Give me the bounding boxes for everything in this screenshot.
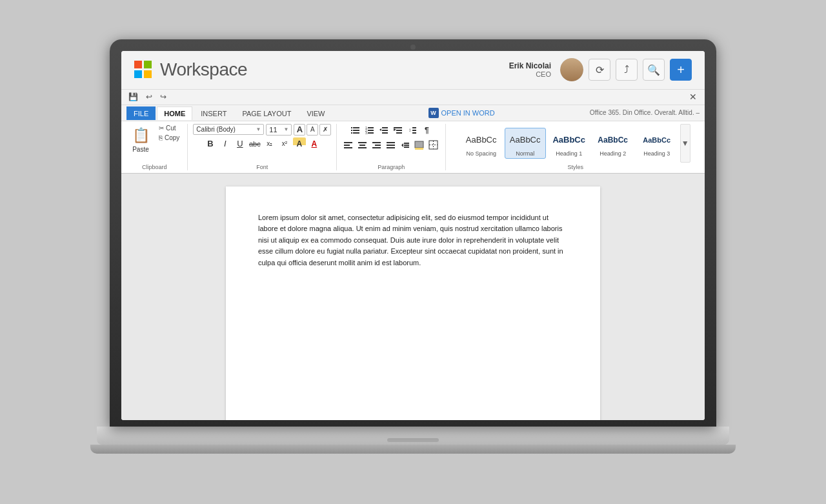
open-in-word-button[interactable]: W OPEN IN WORD xyxy=(423,105,500,121)
user-name: Erik Nicolai xyxy=(509,61,551,70)
bold-button[interactable]: B xyxy=(204,137,217,150)
font-name-value: Calibri (Body) xyxy=(196,126,236,133)
tabs-row: FILE HOME INSERT PAGE LAYOUT VIEW xyxy=(126,105,700,121)
svg-rect-0 xyxy=(351,127,352,128)
strikethrough-button[interactable]: abc xyxy=(248,137,261,150)
style-heading1[interactable]: AaBbCc Heading 1 xyxy=(549,128,590,158)
save-icon[interactable]: 💾 xyxy=(126,92,140,102)
share-button[interactable]: ⤴ xyxy=(616,59,638,81)
paragraph-group-label: Paragraph xyxy=(342,163,440,170)
styles-scroll-icon: ▼ xyxy=(681,139,689,148)
font-grow-button[interactable]: A xyxy=(294,124,305,136)
logo-area: Workspace xyxy=(134,59,509,80)
numbering-button[interactable]: 1.2.3. xyxy=(363,124,376,137)
style-heading3[interactable]: AaBbCc Heading 3 xyxy=(636,128,678,158)
avatar-image xyxy=(560,58,583,81)
highlight-button[interactable]: A xyxy=(293,137,306,150)
align-center-button[interactable] xyxy=(356,139,369,152)
style-heading2[interactable]: AaBbCc Heading 2 xyxy=(592,128,634,158)
underline-button[interactable]: U xyxy=(234,137,247,150)
font-shrink-button[interactable]: A xyxy=(307,124,318,136)
styles-group-label: Styles xyxy=(451,163,700,170)
copy-button[interactable]: ⎘ Copy xyxy=(156,134,182,142)
sort-button[interactable]: ↕ xyxy=(406,124,419,137)
top-bar: Workspace Erik Nicolai CEO ⟳ ⤴ xyxy=(121,51,705,90)
word-icon: W xyxy=(428,108,439,118)
style-heading1-preview: AaBbCc xyxy=(552,130,585,150)
camera xyxy=(410,45,416,50)
para-row1: 1.2.3. ↕ xyxy=(349,124,433,137)
search-button[interactable]: 🔍 xyxy=(643,59,665,81)
user-role: CEO xyxy=(509,70,551,78)
align-right-button[interactable] xyxy=(370,139,383,152)
align-left-button[interactable] xyxy=(342,139,355,152)
svg-rect-26 xyxy=(344,147,352,148)
tab-home[interactable]: HOME xyxy=(157,106,192,120)
doc-page[interactable]: Lorem ipsum dolor sit amet, consectetur … xyxy=(226,186,600,420)
svg-rect-37 xyxy=(404,143,409,144)
svg-rect-4 xyxy=(351,132,352,134)
show-hide-button[interactable]: ¶ xyxy=(420,124,433,137)
svg-rect-28 xyxy=(359,145,365,146)
outdent-button[interactable] xyxy=(378,124,390,137)
add-button[interactable]: + xyxy=(670,59,692,81)
avatar[interactable] xyxy=(560,58,583,81)
svg-rect-15 xyxy=(382,132,388,134)
indent-button[interactable] xyxy=(392,124,405,137)
redo-icon[interactable]: ↪ xyxy=(158,92,168,102)
subscript-button[interactable]: x₂ xyxy=(263,137,276,150)
laptop-container: Workspace Erik Nicolai CEO ⟳ ⤴ xyxy=(90,39,736,465)
font-color-button[interactable]: A xyxy=(308,137,321,150)
doc-content-area[interactable]: Lorem ipsum dolor sit amet, consectetur … xyxy=(121,174,705,420)
svg-rect-40 xyxy=(415,141,423,148)
font-name-selector[interactable]: Calibri (Body) ▼ xyxy=(193,124,264,135)
clipboard-group-label: Clipboard xyxy=(126,163,182,170)
size-dropdown-arrow: ▼ xyxy=(283,126,288,132)
font-size-selector[interactable]: 11 ▼ xyxy=(266,124,292,136)
close-button[interactable]: ✕ xyxy=(687,92,700,102)
undo-icon[interactable]: ↩ xyxy=(144,92,154,102)
styles-scroll-button[interactable]: ▼ xyxy=(680,124,690,163)
svg-rect-39 xyxy=(404,146,409,148)
clipboard-content: 📋 Paste ✂ Cut ⎘ Copy xyxy=(126,124,182,163)
font-size-value: 11 xyxy=(269,126,277,134)
tab-insert[interactable]: INSERT xyxy=(194,106,234,120)
font-content: Calibri (Body) ▼ 11 ▼ A xyxy=(193,124,331,163)
ms-logo-yellow xyxy=(144,70,152,78)
borders-button[interactable] xyxy=(427,139,440,152)
style-no-spacing-label: No Spacing xyxy=(466,150,496,157)
clear-format-button[interactable]: ✗ xyxy=(319,124,331,136)
tab-file-label: FILE xyxy=(134,110,148,117)
tab-insert-label: INSERT xyxy=(201,110,227,117)
line-spacing-button[interactable] xyxy=(399,139,412,152)
bullets-button[interactable] xyxy=(349,124,362,137)
tab-page-layout[interactable]: PAGE LAYOUT xyxy=(235,106,298,120)
refresh-button[interactable]: ⟳ xyxy=(589,59,610,81)
ribbon-tabs-bar: FILE HOME INSERT PAGE LAYOUT VIEW xyxy=(121,105,705,121)
clear-format-icon: ✗ xyxy=(323,126,328,133)
ms-logo-blue xyxy=(134,70,142,78)
svg-rect-30 xyxy=(372,142,381,143)
tab-view-label: VIEW xyxy=(307,110,325,117)
tab-file[interactable]: FILE xyxy=(126,106,156,120)
style-normal[interactable]: AaBbCc Normal xyxy=(505,128,546,159)
styles-content: AaBbCc No Spacing AaBbCc Normal xyxy=(461,124,690,163)
style-normal-label: Normal xyxy=(516,150,534,157)
tab-view[interactable]: VIEW xyxy=(299,106,332,120)
screen-bezel: Workspace Erik Nicolai CEO ⟳ ⤴ xyxy=(110,39,716,427)
laptop-bottom xyxy=(90,445,736,454)
italic-button[interactable]: I xyxy=(219,137,232,150)
document-container: 💾 ↩ ↪ ✕ FILE HOME INSER xyxy=(121,90,705,420)
justify-button[interactable] xyxy=(385,139,398,152)
svg-text:↕: ↕ xyxy=(408,127,411,133)
style-heading3-preview: AaBbCc xyxy=(643,130,670,150)
svg-rect-16 xyxy=(394,127,402,128)
style-no-spacing[interactable]: AaBbCc No Spacing xyxy=(461,128,502,158)
doc-text[interactable]: Lorem ipsum dolor sit amet, consectetur … xyxy=(258,212,568,269)
superscript-button[interactable]: x² xyxy=(278,137,291,150)
cut-button[interactable]: ✂ Cut xyxy=(156,124,182,132)
svg-marker-13 xyxy=(379,128,381,131)
svg-text:3.: 3. xyxy=(365,131,368,135)
paste-button[interactable]: 📋 Paste xyxy=(126,124,155,154)
shading-button[interactable] xyxy=(413,139,426,152)
